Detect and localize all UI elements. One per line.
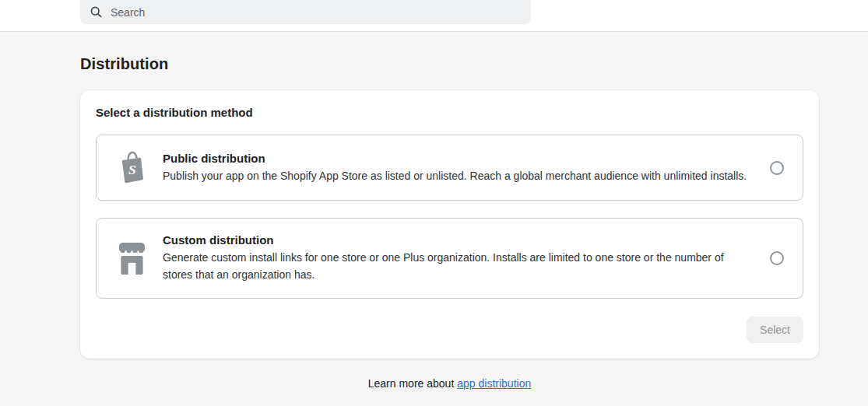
footer-prefix: Learn more about (368, 377, 455, 390)
page-title: Distribution (80, 55, 868, 73)
option-description: Generate custom install links for one st… (163, 249, 751, 283)
search-box[interactable] (80, 0, 531, 24)
public-distribution-text: Public distribution Publish your app on … (163, 152, 759, 184)
storefront-icon (117, 242, 146, 275)
shopify-bag-icon: S (117, 150, 146, 185)
app-distribution-link[interactable]: app distribution (457, 377, 531, 390)
card-heading: Select a distribution method (96, 106, 803, 119)
svg-text:S: S (128, 162, 136, 177)
card-actions: Select (96, 317, 803, 343)
option-description: Publish your app on the Shopify App Stor… (163, 167, 751, 184)
option-public-distribution[interactable]: S Public distribution Publish your app o… (96, 135, 803, 201)
option-title: Public distribution (163, 152, 751, 165)
custom-distribution-radio[interactable] (770, 251, 784, 265)
custom-distribution-text: Custom distribution Generate custom inst… (163, 233, 759, 283)
public-distribution-radio[interactable] (770, 161, 784, 175)
footer-help-text: Learn more aboutapp distribution (80, 377, 819, 390)
main-content: Distribution Select a distribution metho… (0, 32, 868, 390)
topbar (0, 0, 868, 32)
select-button[interactable]: Select (747, 317, 803, 343)
search-input[interactable] (111, 6, 522, 19)
option-title: Custom distribution (163, 233, 751, 247)
distribution-method-card: Select a distribution method S Public di… (80, 90, 819, 359)
search-icon (90, 5, 103, 19)
option-custom-distribution[interactable]: Custom distribution Generate custom inst… (96, 218, 803, 299)
